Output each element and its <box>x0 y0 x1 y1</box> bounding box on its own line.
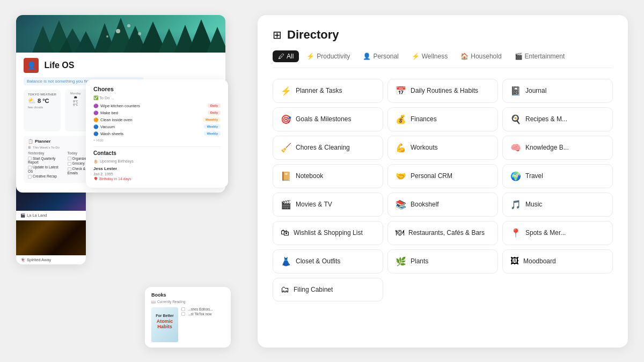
avatar: 👤 <box>24 58 39 73</box>
routines-label: Daily Routines & Habits <box>411 87 478 94</box>
tab-productivity-label: Productivity <box>317 53 350 60</box>
wishlist-icon: 🛍 <box>281 228 289 238</box>
moodboard-icon: 🖼 <box>510 256 519 266</box>
books-title: Books <box>151 292 224 298</box>
dir-item-plants[interactable]: 🌿 Plants <box>387 249 498 274</box>
book-cover: For Better AtomicHabits <box>151 307 178 342</box>
closet-label: Closet & Outfits <box>296 257 340 265</box>
plants-label: Plants <box>411 257 428 265</box>
tab-productivity[interactable]: ⚡ Productivity <box>301 50 355 62</box>
tab-entertainment-icon: 🎬 <box>515 53 523 60</box>
dir-item-spots[interactable]: 📍 Spots & Mer... <box>502 221 613 245</box>
journal-label: Journal <box>525 87 546 94</box>
tab-personal[interactable]: 👤 Personal <box>357 50 404 62</box>
contacts-title: Contacts <box>93 150 221 156</box>
tab-wellness-icon: ⚡ <box>412 53 420 60</box>
movies-label: Movies & TV <box>296 201 332 208</box>
dir-item-moodboard[interactable]: 🖼 Moodboard <box>502 249 613 274</box>
svg-point-13 <box>127 24 130 27</box>
dir-item-knowledge[interactable]: 🧠 Knowledge B... <box>502 136 613 160</box>
contacts-section: Contacts 🎂Upcoming Birthdays Jess Lester… <box>93 146 221 181</box>
music-icon: 🎵 <box>510 200 521 210</box>
books-sub: 📖Currently Reading <box>151 300 224 304</box>
dir-item-workouts[interactable]: 💪 Workouts <box>387 136 498 160</box>
chore-item-1: 🟣Wipe kitchen counters Daily <box>93 104 221 108</box>
spots-label: Spots & Mer... <box>525 229 566 237</box>
planner-icon: ⚡ <box>281 86 291 96</box>
contacts-note: 🎈Birthday in 14 days <box>93 177 221 181</box>
chores-label: Chores & Cleaning <box>296 144 350 151</box>
workouts-icon: 💪 <box>396 143 406 153</box>
dir-item-travel[interactable]: 🌍 Travel <box>502 164 613 188</box>
badge-weekly: Weekly <box>204 131 221 136</box>
chore-item-5: 🔵Wash sheets Weekly <box>93 131 221 136</box>
tab-household[interactable]: 🏠 Household <box>455 50 507 62</box>
dir-item-restaurants[interactable]: 🍽 Restaurants, Cafés & Bars <box>387 221 498 245</box>
restaurants-label: Restaurants, Cafés & Bars <box>408 229 485 237</box>
book-item: ...shes Editors... <box>181 307 224 311</box>
chores-icon: 🧹 <box>281 143 291 153</box>
tab-household-icon: 🏠 <box>460 53 469 60</box>
chores-card: Chores ✅ To Do ... 🟣Wipe kitchen counter… <box>86 79 228 188</box>
bookshelf-label: Bookshelf <box>411 201 439 208</box>
tab-wellness[interactable]: ⚡ Wellness <box>406 50 453 62</box>
filing-label: Filing Cabinet <box>294 286 333 293</box>
dir-item-routines[interactable]: 📅 Daily Routines & Habits <box>387 79 498 103</box>
tab-productivity-icon: ⚡ <box>306 53 314 60</box>
contacts-person: Jess Lester <box>93 166 221 171</box>
moodboard-label: Moodboard <box>523 257 556 265</box>
chore-item-4: 🔵Vacuum Weekly <box>93 124 221 129</box>
travel-label: Travel <box>525 172 543 180</box>
dir-item-goals[interactable]: 🎯 Goals & Milestones <box>273 107 383 131</box>
weather-city: TOKYO WEATHER <box>28 93 56 96</box>
dir-item-closet[interactable]: 👗 Closet & Outfits <box>273 249 383 274</box>
goals-icon: 🎯 <box>281 114 291 124</box>
tab-entertainment[interactable]: 🎬 Entertainment <box>509 50 570 62</box>
svg-point-12 <box>116 29 120 33</box>
movie-label-lalaland: 🎬La La Land <box>16 211 86 220</box>
badge-monthly: Monthly <box>203 117 221 122</box>
book-item: ...st TikTok now <box>181 312 224 316</box>
movie-label-spirited: 👻Spirited Away <box>16 255 86 264</box>
movies-icon: 🎬 <box>281 200 291 210</box>
tab-all-icon: 🖊 <box>278 53 284 60</box>
tab-household-label: Household <box>471 53 501 60</box>
wishlist-label: Wishlist & Shopping List <box>294 229 363 237</box>
tab-all-label: All <box>287 53 294 60</box>
dir-item-finances[interactable]: 💰 Finances <box>387 107 498 131</box>
chores-sub: ✅ To Do ... <box>93 95 221 100</box>
planner-col-yesterday: Yesterday Start Quarterly Report Update … <box>28 151 64 180</box>
contacts-date: Jan 2, 1995 <box>93 172 221 176</box>
header-image <box>16 15 225 53</box>
dir-item-recipes[interactable]: 🍳 Recipes & M... <box>502 107 613 131</box>
dir-item-bookshelf[interactable]: 📚 Bookshelf <box>387 193 498 217</box>
crm-label: Personal CRM <box>411 172 452 180</box>
planner-label: Planner & Tasks <box>296 87 342 94</box>
svg-point-14 <box>138 32 141 35</box>
directory-panel: ⊞ Directory 🖊 All ⚡ Productivity 👤 Perso… <box>258 15 628 348</box>
weather-box: TOKYO WEATHER ⛅ 8 °C few clouds <box>24 90 61 131</box>
dir-item-wishlist[interactable]: 🛍 Wishlist & Shopping List <box>273 221 383 245</box>
dir-item-crm[interactable]: 🤝 Personal CRM <box>387 164 498 188</box>
tab-wellness-label: Wellness <box>422 53 448 60</box>
dir-item-planner[interactable]: ⚡ Planner & Tasks <box>273 79 383 103</box>
badge-daily: Daily <box>208 104 221 108</box>
dir-item-music[interactable]: 🎵 Music <box>502 193 613 217</box>
directory-grid: ⚡ Planner & Tasks 📅 Daily Routines & Hab… <box>273 79 613 301</box>
dir-item-journal[interactable]: 📓 Journal <box>502 79 613 103</box>
knowledge-icon: 🧠 <box>510 143 521 153</box>
dir-item-chores[interactable]: 🧹 Chores & Cleaning <box>273 136 383 160</box>
badge-weekly: Weekly <box>204 124 221 129</box>
routines-icon: 📅 <box>396 86 406 96</box>
directory-title: Directory <box>287 28 339 42</box>
finances-icon: 💰 <box>396 114 406 124</box>
tab-personal-label: Personal <box>373 53 398 60</box>
dir-item-movies[interactable]: 🎬 Movies & TV <box>273 193 383 217</box>
notebook-label: Notebook <box>296 172 323 180</box>
tab-all[interactable]: 🖊 All <box>273 50 299 62</box>
bookshelf-icon: 📚 <box>396 200 406 210</box>
dir-item-notebook[interactable]: 📔 Notebook <box>273 164 383 188</box>
cal-day-mon: Monday 🌧 9°C6°C <box>68 92 83 107</box>
dir-item-filing[interactable]: 🗂 Filing Cabinet <box>273 278 383 301</box>
directory-header: ⊞ Directory <box>273 28 613 42</box>
